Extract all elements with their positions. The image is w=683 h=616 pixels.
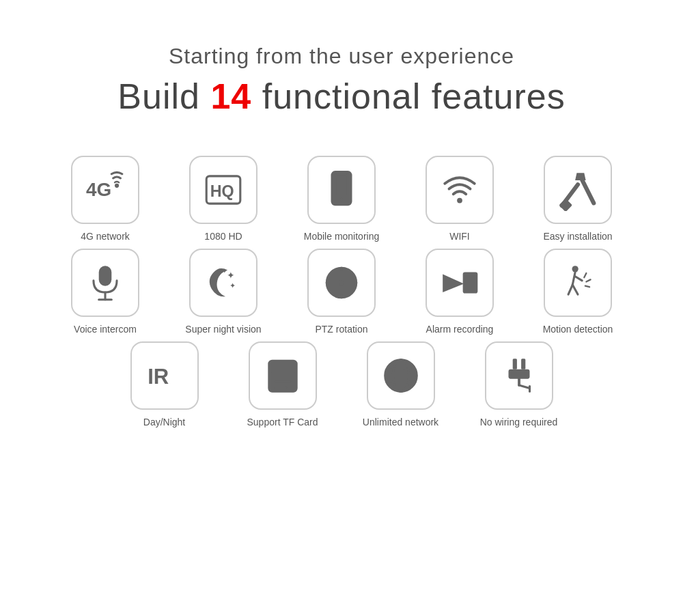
svg-text:4G: 4G: [86, 179, 111, 200]
svg-point-6: [340, 197, 344, 201]
icon-box-1080hd: HQ: [189, 156, 257, 224]
feature-row-0: 4G 4G network HQ 1080 HD Mobile monitori…: [53, 156, 631, 242]
feature-row-1: Voice intercom ✦ ✦ ✦ Super night vision …: [53, 249, 631, 335]
feature-label-voice-intercom: Voice intercom: [74, 324, 137, 335]
icon-box-no-wiring: [485, 341, 553, 410]
feature-label-night-vision: Super night vision: [185, 324, 261, 335]
icon-box-voice-intercom: [71, 249, 139, 317]
header-subtitle: Starting from the user experience: [117, 41, 565, 72]
feature-row-2: IR Day/Night Support TF Card Unlimited n…: [111, 341, 572, 428]
title-start: Build: [117, 76, 210, 116]
feature-item-4g-network: 4G 4G network: [53, 156, 158, 242]
svg-line-47: [519, 385, 530, 389]
svg-line-29: [568, 285, 572, 294]
svg-line-30: [572, 285, 578, 294]
svg-point-8: [457, 197, 462, 203]
svg-rect-13: [99, 266, 112, 285]
svg-text:✦: ✦: [222, 268, 227, 275]
feature-label-easy-installation: Easy installation: [543, 231, 612, 242]
feature-item-wifi: WIFI: [407, 156, 513, 242]
icon-box-unlimited-network: [367, 341, 435, 410]
icon-box-wifi: [426, 156, 494, 224]
feature-item-ptz-rotation: PTZ rotation: [289, 249, 395, 335]
svg-rect-44: [521, 359, 525, 369]
feature-label-motion-detection: Motion detection: [543, 324, 613, 335]
feature-item-1080hd: HQ 1080 HD: [171, 156, 277, 242]
feature-item-night-vision: ✦ ✦ ✦ Super night vision: [171, 249, 277, 335]
page-header: Starting from the user experience Build …: [117, 41, 565, 122]
svg-marker-12: [575, 173, 586, 180]
svg-line-28: [572, 272, 575, 285]
svg-rect-5: [336, 176, 347, 195]
feature-label-alarm-recording: Alarm recording: [426, 324, 494, 335]
svg-point-22: [339, 280, 344, 285]
icon-box-mobile-monitoring: [307, 156, 376, 224]
icon-box-motion-detection: [544, 249, 612, 317]
svg-line-33: [586, 279, 590, 281]
feature-item-motion-detection: Motion detection: [525, 249, 631, 335]
title-num: 14: [210, 76, 251, 116]
svg-line-11: [581, 176, 594, 203]
svg-rect-26: [463, 272, 478, 293]
feature-item-alarm-recording: Alarm recording: [407, 249, 513, 335]
feature-label-mobile-monitoring: Mobile monitoring: [304, 231, 380, 242]
feature-item-unlimited-network: Unlimited network: [348, 341, 454, 428]
features-grid: 4G 4G network HQ 1080 HD Mobile monitori…: [53, 156, 631, 428]
svg-text:IR: IR: [148, 364, 169, 388]
svg-text:HQ: HQ: [210, 182, 234, 200]
svg-line-34: [585, 285, 589, 287]
feature-label-tf-card: Support TF Card: [247, 417, 318, 428]
feature-item-no-wiring: No wiring required: [466, 341, 572, 428]
icon-box-ptz-rotation: [307, 249, 376, 317]
svg-line-31: [575, 276, 582, 280]
feature-item-easy-installation: Easy installation: [525, 156, 631, 242]
icon-box-alarm-recording: [426, 249, 494, 317]
feature-label-4g-network: 4G network: [81, 231, 130, 242]
feature-label-wifi: WIFI: [449, 231, 470, 242]
svg-rect-45: [508, 369, 529, 378]
title-end: functional features: [251, 76, 565, 116]
svg-point-1: [115, 183, 119, 187]
icon-box-day-night: IR: [130, 341, 199, 410]
svg-rect-43: [512, 359, 516, 369]
header-title: Build 14 functional features: [117, 72, 565, 122]
feature-label-unlimited-network: Unlimited network: [363, 417, 438, 428]
svg-rect-10: [559, 198, 572, 210]
feature-item-voice-intercom: Voice intercom: [53, 249, 158, 335]
feature-label-day-night: Day/Night: [143, 417, 185, 428]
svg-line-32: [584, 273, 586, 277]
feature-item-mobile-monitoring: Mobile monitoring: [289, 156, 395, 242]
icon-box-easy-installation: [544, 156, 612, 224]
feature-label-no-wiring: No wiring required: [480, 417, 558, 428]
icon-box-night-vision: ✦ ✦ ✦: [189, 249, 257, 317]
svg-text:✦: ✦: [229, 281, 236, 289]
feature-item-tf-card: Support TF Card: [229, 341, 335, 428]
feature-label-ptz-rotation: PTZ rotation: [315, 324, 367, 335]
svg-rect-37: [268, 361, 296, 372]
feature-label-1080hd: 1080 HD: [204, 231, 242, 242]
icon-box-4g-network: 4G: [71, 156, 139, 224]
feature-item-day-night: IR Day/Night: [111, 341, 217, 428]
svg-marker-25: [443, 274, 464, 292]
icon-box-tf-card: [249, 341, 317, 410]
